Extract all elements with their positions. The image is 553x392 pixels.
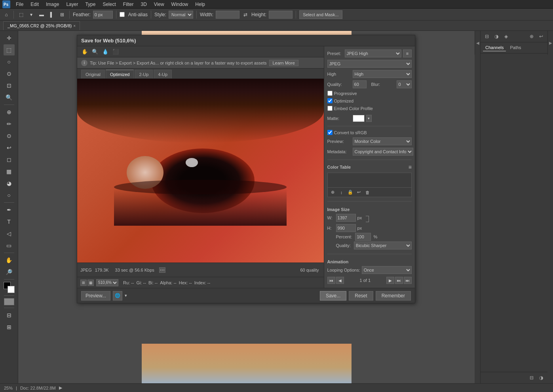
marquee-dropdown[interactable]: ▾ <box>27 11 35 19</box>
menu-layer[interactable]: Layer <box>63 1 81 8</box>
blur-select[interactable]: 0 <box>397 80 412 88</box>
menu-image[interactable]: Image <box>43 1 62 8</box>
single-row-marquee[interactable]: ▬ <box>38 11 46 19</box>
quality-input[interactable] <box>353 80 367 88</box>
eraser-tool[interactable]: ◻ <box>4 154 15 165</box>
ct-add-btn[interactable]: ⊕ <box>329 189 336 196</box>
dodge-tool[interactable]: ○ <box>4 190 15 201</box>
refine-btn[interactable]: ⊞ <box>58 11 66 19</box>
quality-level-select[interactable]: High <box>353 70 412 78</box>
anim-play-btn[interactable]: ▶ <box>386 277 394 284</box>
looping-select[interactable]: Once <box>362 266 412 274</box>
text-tool[interactable]: T <box>4 216 15 227</box>
style-select[interactable]: Normal <box>169 11 193 19</box>
marquee-select-tool[interactable]: ⬚ <box>4 44 15 55</box>
adjustments-icon[interactable]: ◑ <box>537 374 545 382</box>
feather-input[interactable] <box>93 11 113 19</box>
tab-2up[interactable]: 2-Up <box>135 70 153 78</box>
menu-help[interactable]: Help <box>192 1 208 8</box>
matte-swatch[interactable] <box>353 115 365 122</box>
tab-close-icon[interactable]: × <box>73 24 76 28</box>
select-mask-button[interactable]: Select and Mask... <box>299 10 342 19</box>
tab-paths[interactable]: Paths <box>507 44 523 51</box>
single-col-marquee[interactable]: ▌ <box>48 11 56 19</box>
history-icon[interactable]: ↩ <box>537 32 545 40</box>
expand-arrow[interactable]: ▶ <box>59 385 62 390</box>
tab-original[interactable]: Original <box>81 70 105 78</box>
height-size-input[interactable] <box>336 224 356 232</box>
metadata-select[interactable]: Copyright and Contact Info <box>353 148 413 156</box>
menu-type[interactable]: Type <box>82 1 99 8</box>
brush-tool[interactable]: ✏ <box>4 118 15 129</box>
channels-colors-icon[interactable]: ◑ <box>492 32 500 40</box>
document-tab[interactable]: _MG_0565.CR2 @ 25% (RGB/8) × <box>3 21 80 30</box>
optimized-checkbox[interactable] <box>327 98 333 103</box>
path-tool[interactable]: ◁ <box>4 228 15 239</box>
preview-area[interactable] <box>77 79 324 263</box>
ct-delete-btn[interactable]: ↩ <box>355 189 363 196</box>
view-icon-2[interactable]: ▦ <box>87 280 94 286</box>
width-size-input[interactable] <box>336 214 356 222</box>
percent-input[interactable] <box>355 233 371 241</box>
reset-button[interactable]: Reset <box>349 291 373 301</box>
eyedropper-tool[interactable]: 🔍 <box>4 92 15 103</box>
tab-4up[interactable]: 4-Up <box>154 70 172 78</box>
pen-tool[interactable]: ✒ <box>4 204 15 215</box>
anim-prev-btn[interactable]: ◀ <box>336 277 344 284</box>
hand-tool[interactable]: ✋ <box>4 255 15 266</box>
progressive-checkbox[interactable] <box>327 91 333 96</box>
menu-filter[interactable]: Filter <box>120 1 137 8</box>
ct-lock-btn[interactable]: 🔒 <box>347 189 354 196</box>
anim-first-btn[interactable]: ⏮ <box>327 277 335 284</box>
preset-select[interactable]: JPEG High <box>345 49 401 57</box>
menu-window[interactable]: Window <box>168 1 192 8</box>
collapse-right-btn[interactable]: ▶ <box>547 31 553 55</box>
quick-select-tool[interactable]: ⊙ <box>4 68 15 79</box>
layers-icon[interactable]: ⊟ <box>483 32 491 40</box>
blur-tool[interactable]: ◕ <box>4 178 15 189</box>
format-select[interactable]: JPEG <box>327 60 412 68</box>
browser-preview-icon[interactable]: 🌐 <box>113 291 122 301</box>
anti-alias-checkbox[interactable] <box>120 12 125 17</box>
zoom-select[interactable]: 510,6% <box>96 279 118 286</box>
ct-trash-btn[interactable]: 🗑 <box>364 189 371 196</box>
home-icon[interactable]: ⌂ <box>2 11 10 19</box>
move-tool[interactable]: ✛ <box>4 32 15 44</box>
anim-next-btn[interactable]: ⏭ <box>395 277 403 284</box>
menu-select[interactable]: Select <box>99 1 119 8</box>
slice-tool-dialog[interactable]: ⬛ <box>111 48 120 56</box>
browser-dropdown[interactable]: ▾ <box>125 293 127 298</box>
marquee-tool[interactable]: ⬚ <box>17 11 25 19</box>
quality-resample-select[interactable]: Bicubic Sharper <box>354 242 412 249</box>
quick-mask-mode[interactable] <box>4 298 14 305</box>
swatches-icon[interactable]: ◈ <box>502 32 510 40</box>
lasso-tool[interactable]: ○ <box>4 56 15 67</box>
height-input[interactable] <box>269 11 293 19</box>
info-dropdown-btn[interactable]: ⋯ <box>159 267 165 273</box>
collapse-left-btn[interactable]: ◀ <box>475 31 480 55</box>
convert-srgb-checkbox[interactable] <box>327 130 333 135</box>
zoom-tool[interactable]: 🔎 <box>4 266 15 278</box>
preset-menu-btn[interactable]: ≡ <box>403 49 412 57</box>
gradient-tool[interactable]: ▦ <box>4 166 15 177</box>
exchange-icon[interactable]: ⇄ <box>242 11 249 18</box>
adjust-icon[interactable]: ⊕ <box>528 32 536 40</box>
hand-tool-dialog[interactable]: ✋ <box>80 48 89 56</box>
tab-channels[interactable]: Channels <box>483 44 506 51</box>
menu-file[interactable]: File <box>13 1 27 8</box>
artboard-tool[interactable]: ⊞ <box>4 322 15 333</box>
frame-tool[interactable]: ⊟ <box>4 310 15 321</box>
menu-3d[interactable]: 3D <box>137 1 150 8</box>
anim-last-btn[interactable]: ⏭ <box>404 277 412 284</box>
view-icon-1[interactable]: ⊞ <box>80 280 87 286</box>
background-color[interactable] <box>8 286 15 293</box>
width-input[interactable] <box>216 11 239 19</box>
learn-more-button[interactable]: Learn More <box>269 60 298 66</box>
preview-select[interactable]: Monitor Color <box>353 137 412 145</box>
remember-button[interactable]: Remember <box>376 291 411 301</box>
properties-icon[interactable]: ⊟ <box>528 374 536 382</box>
matte-dropdown[interactable]: ▾ <box>366 115 372 122</box>
menu-view[interactable]: View <box>151 1 167 8</box>
history-brush[interactable]: ↩ <box>4 142 15 153</box>
crop-tool[interactable]: ⊡ <box>4 80 15 91</box>
